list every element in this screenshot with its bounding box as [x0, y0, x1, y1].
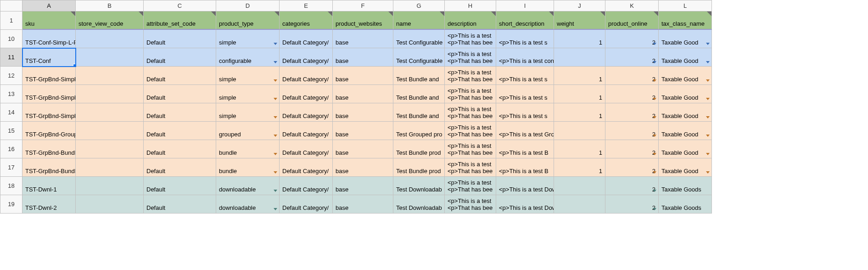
data-cell[interactable]: 1: [554, 67, 605, 85]
data-cell[interactable]: <p>This is a test Grouped product na: [496, 122, 554, 140]
header-cell[interactable]: weight: [554, 11, 605, 30]
data-cell[interactable]: base: [333, 140, 393, 158]
data-cell[interactable]: simple: [216, 67, 280, 85]
chevron-down-icon[interactable]: [706, 61, 710, 63]
data-cell[interactable]: Default: [144, 85, 216, 103]
data-cell[interactable]: Default Category/: [280, 48, 333, 67]
header-cell[interactable]: tax_class_name: [659, 11, 712, 30]
spreadsheet-grid[interactable]: ABCDEFGHIJKL1skustore_view_codeattribute…: [0, 0, 712, 214]
data-cell[interactable]: Default Category/: [280, 177, 333, 195]
data-cell[interactable]: [76, 140, 144, 158]
data-cell[interactable]: Default: [144, 195, 216, 214]
data-cell[interactable]: base: [333, 158, 393, 177]
header-cell[interactable]: sku: [22, 11, 76, 30]
data-cell[interactable]: Default Category/: [280, 85, 333, 103]
data-cell[interactable]: <p>This is a test B: [496, 158, 554, 177]
filter-icon[interactable]: [274, 11, 279, 16]
data-cell[interactable]: <p>This is a test<p>That has bee: [445, 158, 496, 177]
chevron-down-icon[interactable]: [653, 43, 656, 45]
data-cell[interactable]: <p>This is a test<p>That has bee: [445, 30, 496, 48]
chevron-down-icon[interactable]: [274, 98, 277, 100]
data-cell[interactable]: Default Category/: [280, 30, 333, 48]
data-cell[interactable]: Default Category/: [280, 122, 333, 140]
data-cell[interactable]: Taxable Good: [659, 48, 712, 67]
data-cell[interactable]: bundle: [216, 158, 280, 177]
data-cell[interactable]: 2: [605, 30, 659, 48]
data-cell[interactable]: Taxable Good: [659, 158, 712, 177]
filter-icon[interactable]: [549, 11, 554, 16]
filter-icon[interactable]: [654, 11, 658, 16]
chevron-down-icon[interactable]: [706, 153, 710, 155]
column-header[interactable]: F: [333, 0, 393, 11]
data-cell[interactable]: Default: [144, 48, 216, 67]
data-cell[interactable]: TST-GrpBnd-Grouped: [22, 122, 76, 140]
data-cell[interactable]: simple: [216, 103, 280, 122]
column-header[interactable]: H: [445, 0, 496, 11]
data-cell[interactable]: 2: [605, 158, 659, 177]
data-cell[interactable]: 1: [554, 30, 605, 48]
filter-icon[interactable]: [388, 11, 393, 16]
data-cell[interactable]: Default: [144, 122, 216, 140]
row-header[interactable]: 17: [0, 158, 22, 177]
header-cell[interactable]: short_description: [496, 11, 554, 30]
data-cell[interactable]: Default: [144, 158, 216, 177]
data-cell[interactable]: Test Downloadab: [393, 177, 445, 195]
data-cell[interactable]: [76, 85, 144, 103]
chevron-down-icon[interactable]: [274, 61, 277, 63]
data-cell[interactable]: Taxable Goods: [659, 195, 712, 214]
data-cell[interactable]: downloadable: [216, 195, 280, 214]
data-cell[interactable]: Test Configurable: [393, 48, 445, 67]
data-cell[interactable]: base: [333, 30, 393, 48]
chevron-down-icon[interactable]: [706, 116, 710, 118]
header-cell[interactable]: description: [445, 11, 496, 30]
data-cell[interactable]: Taxable Goods: [659, 177, 712, 195]
data-cell[interactable]: Default: [144, 30, 216, 48]
data-cell[interactable]: 2: [605, 67, 659, 85]
data-cell[interactable]: 2: [605, 177, 659, 195]
column-header[interactable]: G: [393, 0, 445, 11]
row-header[interactable]: 12: [0, 67, 22, 85]
chevron-down-icon[interactable]: [706, 43, 710, 45]
chevron-down-icon[interactable]: [653, 153, 656, 155]
data-cell[interactable]: [554, 195, 605, 214]
data-cell[interactable]: 1: [554, 85, 605, 103]
column-header[interactable]: I: [496, 0, 554, 11]
chevron-down-icon[interactable]: [274, 171, 277, 174]
data-cell[interactable]: configurable: [216, 48, 280, 67]
data-cell[interactable]: 2: [605, 195, 659, 214]
data-cell[interactable]: downloadable: [216, 177, 280, 195]
data-cell[interactable]: [76, 67, 144, 85]
data-cell[interactable]: simple: [216, 85, 280, 103]
data-cell[interactable]: Taxable Good: [659, 67, 712, 85]
data-cell[interactable]: Taxable Good: [659, 103, 712, 122]
chevron-down-icon[interactable]: [274, 135, 277, 137]
filter-icon[interactable]: [707, 11, 711, 16]
data-cell[interactable]: Taxable Good: [659, 85, 712, 103]
data-cell[interactable]: [554, 48, 605, 67]
column-header[interactable]: B: [76, 0, 144, 11]
row-header[interactable]: 1: [0, 11, 22, 30]
data-cell[interactable]: base: [333, 67, 393, 85]
header-cell[interactable]: name: [393, 11, 445, 30]
filter-icon[interactable]: [71, 11, 75, 16]
column-header[interactable]: C: [144, 0, 216, 11]
chevron-down-icon[interactable]: [653, 135, 656, 137]
data-cell[interactable]: TST-GrpBnd-Simple-3: [22, 103, 76, 122]
data-cell[interactable]: <p>This is a test<p>That has bee: [445, 122, 496, 140]
row-header[interactable]: 15: [0, 122, 22, 140]
data-cell[interactable]: Default: [144, 140, 216, 158]
data-cell[interactable]: Default: [144, 177, 216, 195]
data-cell[interactable]: [76, 158, 144, 177]
data-cell[interactable]: Taxable Good: [659, 122, 712, 140]
data-cell[interactable]: [554, 122, 605, 140]
chevron-down-icon[interactable]: [274, 153, 277, 155]
data-cell[interactable]: base: [333, 122, 393, 140]
data-cell[interactable]: Default Category/: [280, 67, 333, 85]
chevron-down-icon[interactable]: [274, 208, 277, 210]
chevron-down-icon[interactable]: [653, 171, 656, 174]
filter-icon[interactable]: [328, 11, 332, 16]
row-header[interactable]: 18: [0, 177, 22, 195]
data-cell[interactable]: Test Bundle and: [393, 67, 445, 85]
data-cell[interactable]: 1: [554, 140, 605, 158]
column-header[interactable]: A: [22, 0, 76, 11]
